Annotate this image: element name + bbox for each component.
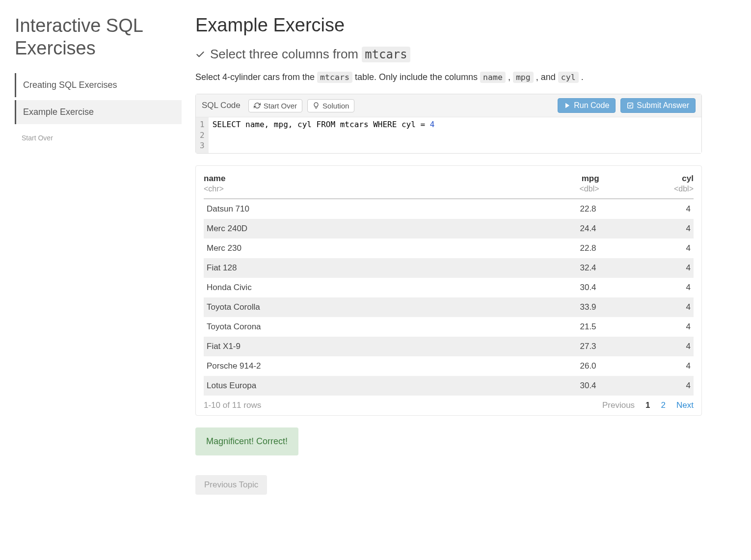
table-row: Merc 240D24.44 [204,219,694,239]
start-over-label: Start Over [264,102,297,110]
solution-label: Solution [322,102,349,110]
table-row: Honda Civic30.44 [204,278,694,297]
cell-name: Datsun 710 [204,199,493,219]
cell-mpg: 30.4 [493,376,599,396]
site-title: Interactive SQL Exercises [15,15,182,59]
exercise-heading: Select three columns from mtcars [195,47,702,62]
col-header-mpg[interactable]: mpg [493,174,599,185]
code-toolbar: SQL Code Start Over Solution Run Code Su… [196,94,701,117]
cell-cyl: 4 [599,317,694,337]
instr-text: , [506,72,513,82]
cell-cyl: 4 [599,356,694,376]
exercise-heading-text: Select three columns from [210,47,362,61]
cell-name: Toyota Corona [204,317,493,337]
col-type-mpg: <dbl> [493,185,599,199]
instr-text: . [579,72,584,82]
nav-item-example[interactable]: Example Exercise [15,100,182,124]
cell-cyl: 4 [599,219,694,239]
instr-text: table. Only include the columns [352,72,480,82]
line-number: 2 [200,130,205,141]
code-number: 4 [430,120,435,129]
table-row: Datsun 71022.84 [204,199,694,219]
line-gutter: 1 2 3 [196,117,209,153]
row-count: 1-10 of 11 rows [204,400,261,410]
page-previous[interactable]: Previous [602,400,635,410]
table-row: Fiat X1-927.34 [204,337,694,356]
cell-name: Merc 240D [204,219,493,239]
col-header-cyl[interactable]: cyl [599,174,694,185]
cell-mpg: 21.5 [493,317,599,337]
cell-cyl: 4 [599,239,694,258]
table-row: Porsche 914-226.04 [204,356,694,376]
instr-code-cyl: cyl [558,72,579,83]
check-icon [195,50,205,59]
code-editor[interactable]: 1 2 3 SELECT name, mpg, cyl FROM mtcars … [196,117,701,153]
cell-mpg: 24.4 [493,219,599,239]
nav-item-creating[interactable]: Creating SQL Exercises [15,73,182,97]
feedback-box: Magnificent! Correct! [195,427,298,455]
page-title: Example Exercise [195,15,702,36]
cell-mpg: 33.9 [493,297,599,317]
code-segment: SELECT name, mpg, cyl FROM mtcars WHERE … [213,120,430,129]
cell-mpg: 22.8 [493,199,599,219]
code-panel: SQL Code Start Over Solution Run Code Su… [195,94,702,154]
table-row: Toyota Corona21.54 [204,317,694,337]
cell-cyl: 4 [599,258,694,278]
page-1[interactable]: 1 [645,400,650,410]
table-footer: 1-10 of 11 rows Previous 1 2 Next [204,396,694,410]
cell-name: Toyota Corolla [204,297,493,317]
check-square-icon [627,102,634,109]
col-type-name: <chr> [204,185,493,199]
toolbar-label: SQL Code [202,101,241,110]
line-number: 1 [200,119,205,130]
play-icon [564,102,571,109]
run-code-label: Run Code [574,101,609,110]
cell-name: Porsche 914-2 [204,356,493,376]
exercise-heading-code: mtcars [362,47,410,62]
table-row: Lotus Europa30.44 [204,376,694,396]
table-row: Toyota Corolla33.94 [204,297,694,317]
instr-code-mpg: mpg [513,72,534,83]
cell-cyl: 4 [599,297,694,317]
line-number: 3 [200,140,205,151]
start-over-button[interactable]: Start Over [248,99,302,112]
cell-name: Fiat X1-9 [204,337,493,356]
nav: Creating SQL Exercises Example Exercise [15,73,182,124]
submit-label: Submit Answer [637,101,689,110]
cell-mpg: 26.0 [493,356,599,376]
cell-name: Honda Civic [204,278,493,297]
refresh-icon [254,102,261,109]
table-row: Merc 23022.84 [204,239,694,258]
instr-text: Select 4-cylinder cars from the [195,72,317,82]
col-header-name[interactable]: name [204,174,493,185]
cell-cyl: 4 [599,376,694,396]
cell-mpg: 22.8 [493,239,599,258]
instr-code-name: name [480,72,506,83]
instr-text: , and [534,72,558,82]
cell-name: Merc 230 [204,239,493,258]
solution-button[interactable]: Solution [307,99,354,112]
page-nav: Previous 1 2 Next [602,400,694,410]
submit-answer-button[interactable]: Submit Answer [620,98,696,113]
instr-code-mtcars: mtcars [317,72,352,83]
result-table: name mpg cyl <chr> <dbl> <dbl> Datsun 71… [204,174,694,396]
svg-marker-0 [565,103,569,108]
cell-cyl: 4 [599,278,694,297]
cell-cyl: 4 [599,337,694,356]
cell-cyl: 4 [599,199,694,219]
cell-mpg: 27.3 [493,337,599,356]
previous-topic-button[interactable]: Previous Topic [195,475,267,495]
col-type-cyl: <dbl> [599,185,694,199]
cell-mpg: 32.4 [493,258,599,278]
cell-name: Lotus Europa [204,376,493,396]
start-over-link[interactable]: Start Over [15,127,182,149]
page-2[interactable]: 2 [661,400,666,410]
table-row: Fiat 12832.44 [204,258,694,278]
result-table-wrap: name mpg cyl <chr> <dbl> <dbl> Datsun 71… [195,165,702,416]
run-code-button[interactable]: Run Code [558,98,616,113]
code-text[interactable]: SELECT name, mpg, cyl FROM mtcars WHERE … [209,117,701,153]
page-next[interactable]: Next [676,400,694,410]
cell-mpg: 30.4 [493,278,599,297]
lightbulb-icon [313,102,320,109]
instructions: Select 4-cylinder cars from the mtcars t… [195,71,702,84]
